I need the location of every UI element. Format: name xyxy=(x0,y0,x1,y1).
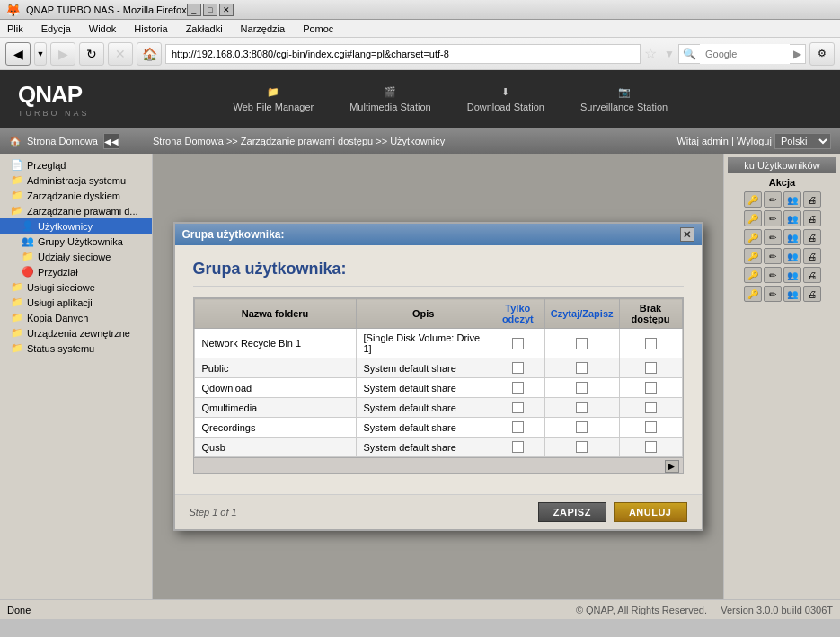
checkbox-noaccess-3[interactable] xyxy=(645,402,657,413)
cancel-button[interactable]: ANULUJ xyxy=(614,502,687,522)
checkbox-noaccess-4[interactable] xyxy=(645,421,657,433)
menu-view[interactable]: Widok xyxy=(85,22,120,36)
menu-history[interactable]: Historia xyxy=(130,22,171,36)
breadcrumb-home[interactable]: 🏠 Strona Domowa ◀◀ xyxy=(9,133,153,149)
checkbox-readwrite-2[interactable] xyxy=(576,382,588,394)
expand-sidebar-button[interactable]: ◀◀ xyxy=(103,133,119,149)
cell-readwrite-3[interactable] xyxy=(544,398,619,418)
action-edit-3[interactable]: ✏ xyxy=(764,229,782,245)
menu-tools[interactable]: Narzędzia xyxy=(237,22,289,36)
action-print-3[interactable]: 🖨 xyxy=(803,229,821,245)
action-edit-2[interactable]: ✏ xyxy=(764,210,782,226)
reload-button[interactable]: ↻ xyxy=(79,42,104,66)
search-submit-icon[interactable]: ▶ xyxy=(790,48,805,60)
action-key-4[interactable]: 🔑 xyxy=(744,248,762,264)
cell-noaccess-2[interactable] xyxy=(619,378,682,398)
logout-link[interactable]: Wyloguj xyxy=(737,136,772,146)
checkbox-readwrite-3[interactable] xyxy=(576,402,588,413)
action-group-5[interactable]: 👥 xyxy=(783,267,801,283)
checkbox-readwrite-1[interactable] xyxy=(576,362,588,374)
sidebar-item-network[interactable]: 📁 Usługi sieciowe xyxy=(0,279,152,295)
action-key-3[interactable]: 🔑 xyxy=(744,229,762,245)
action-print-5[interactable]: 🖨 xyxy=(803,267,821,283)
bookmark-icon[interactable]: ▼ xyxy=(664,48,675,60)
action-print-1[interactable]: 🖨 xyxy=(803,191,821,208)
action-key-1[interactable]: 🔑 xyxy=(744,191,762,208)
checkbox-readonly-4[interactable] xyxy=(512,421,524,433)
sidebar-item-admin[interactable]: 📁 Administracja systemu xyxy=(0,173,152,188)
maximize-button[interactable]: □ xyxy=(203,4,217,16)
checkbox-readonly-2[interactable] xyxy=(512,382,524,394)
sidebar-item-quota[interactable]: 🔴 Przydział xyxy=(0,264,152,279)
sidebar-item-przeglad[interactable]: 📄 Przegląd xyxy=(0,157,152,173)
checkbox-readonly-0[interactable] xyxy=(512,338,524,349)
action-group-2[interactable]: 👥 xyxy=(783,210,801,226)
checkbox-readwrite-5[interactable] xyxy=(576,441,588,453)
forward-dropdown-button[interactable]: ▼ xyxy=(34,42,47,66)
checkbox-readwrite-4[interactable] xyxy=(576,421,588,433)
checkbox-noaccess-5[interactable] xyxy=(645,441,657,453)
sidebar-item-status[interactable]: 📁 Status systemu xyxy=(0,341,152,356)
stop-button[interactable]: ✕ xyxy=(108,42,133,66)
cell-readonly-2[interactable] xyxy=(491,378,544,398)
action-print-4[interactable]: 🖨 xyxy=(803,248,821,264)
menu-edit[interactable]: Edycja xyxy=(38,22,75,36)
close-button[interactable]: ✕ xyxy=(219,4,234,16)
action-edit-6[interactable]: ✏ xyxy=(764,286,782,302)
cell-readonly-1[interactable] xyxy=(491,358,544,378)
star-icon[interactable]: ☆ xyxy=(644,45,657,62)
action-print-2[interactable]: 🖨 xyxy=(803,210,821,226)
cell-readwrite-5[interactable] xyxy=(544,438,619,457)
nav-webfilemanager[interactable]: 📁 Web File Manager xyxy=(234,86,314,112)
cell-readwrite-0[interactable] xyxy=(544,329,619,358)
modal-close-button[interactable]: ✕ xyxy=(680,227,694,242)
cell-readwrite-4[interactable] xyxy=(544,418,619,438)
cell-readwrite-1[interactable] xyxy=(544,358,619,378)
action-key-6[interactable]: 🔑 xyxy=(744,286,762,302)
sidebar-item-rights[interactable]: 📂 Zarządzanie prawami d... xyxy=(0,203,152,218)
sidebar-item-backup[interactable]: 📁 Kopia Danych xyxy=(0,310,152,325)
menu-bookmarks[interactable]: Zakładki xyxy=(182,22,226,36)
cell-noaccess-3[interactable] xyxy=(619,398,682,418)
sidebar-item-users[interactable]: 👤 Użytkownicy xyxy=(0,218,152,234)
action-edit-5[interactable]: ✏ xyxy=(764,267,782,283)
action-group-1[interactable]: 👥 xyxy=(783,191,801,208)
sidebar-item-external[interactable]: 📁 Urządzenia zewnętrzne xyxy=(0,325,152,341)
cell-noaccess-5[interactable] xyxy=(619,438,682,457)
sidebar-item-shares[interactable]: 📁 Udziały sieciowe xyxy=(0,249,152,264)
cell-noaccess-4[interactable] xyxy=(619,418,682,438)
scroll-right-button[interactable]: ▶ xyxy=(665,460,679,473)
checkbox-readonly-1[interactable] xyxy=(512,362,524,374)
action-group-6[interactable]: 👥 xyxy=(783,286,801,302)
cell-readonly-3[interactable] xyxy=(491,398,544,418)
action-key-5[interactable]: 🔑 xyxy=(744,267,762,283)
search-input[interactable] xyxy=(700,44,790,64)
action-edit-4[interactable]: ✏ xyxy=(764,248,782,264)
cell-readonly-4[interactable] xyxy=(491,418,544,438)
checkbox-readonly-3[interactable] xyxy=(512,402,524,413)
menu-file[interactable]: Plik xyxy=(4,22,27,36)
nav-multimedia[interactable]: 🎬 Multimedia Station xyxy=(349,86,431,112)
address-bar[interactable] xyxy=(165,44,641,64)
menu-help[interactable]: Pomoc xyxy=(299,22,337,36)
checkbox-noaccess-1[interactable] xyxy=(645,362,657,374)
language-select[interactable]: Polski English xyxy=(774,133,831,149)
action-group-4[interactable]: 👥 xyxy=(783,248,801,264)
checkbox-readonly-5[interactable] xyxy=(512,441,524,453)
save-button[interactable]: ZAPISZ xyxy=(538,502,606,522)
action-key-2[interactable]: 🔑 xyxy=(744,210,762,226)
action-print-6[interactable]: 🖨 xyxy=(803,286,821,302)
checkbox-noaccess-0[interactable] xyxy=(645,338,657,349)
forward-button[interactable]: ▶ xyxy=(50,42,75,66)
checkbox-readwrite-0[interactable] xyxy=(576,338,588,349)
action-edit-1[interactable]: ✏ xyxy=(764,191,782,208)
nav-download[interactable]: ⬇ Download Station xyxy=(467,86,544,112)
checkbox-noaccess-2[interactable] xyxy=(645,382,657,394)
action-group-3[interactable]: 👥 xyxy=(783,229,801,245)
window-controls[interactable]: _ □ ✕ xyxy=(187,4,234,16)
sidebar-item-appservices[interactable]: 📁 Usługi aplikacji xyxy=(0,295,152,310)
back-button[interactable]: ◀ xyxy=(5,42,31,66)
cell-readonly-5[interactable] xyxy=(491,438,544,457)
cell-noaccess-1[interactable] xyxy=(619,358,682,378)
cell-readwrite-2[interactable] xyxy=(544,378,619,398)
